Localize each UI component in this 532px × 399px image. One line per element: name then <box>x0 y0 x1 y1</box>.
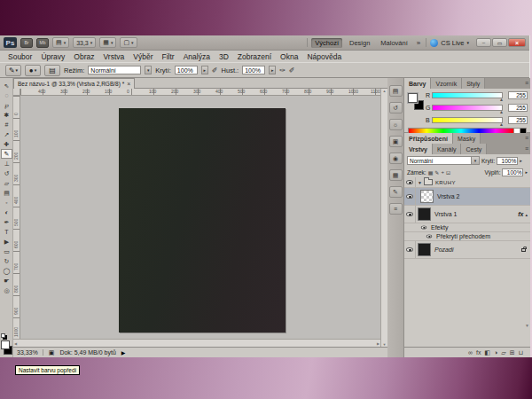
workspace-vychozi-button[interactable]: Výchozí <box>311 38 342 48</box>
type-tool[interactable]: T <box>1 227 12 237</box>
tab-vzornik[interactable]: Vzorník <box>431 78 462 89</box>
menubar-item[interactable]: Výběr <box>129 52 157 61</box>
layer-thumbnail[interactable] <box>418 243 431 256</box>
gradient-tool[interactable]: ▤ <box>1 188 12 198</box>
menubar-item[interactable]: Analýza <box>179 52 215 61</box>
adjustments-panel-icon[interactable]: ☼ <box>389 119 403 130</box>
layer-row-vrstva1[interactable]: Vrstva 1 fx ▴ <box>404 206 530 223</box>
layer-row-vrstva2[interactable]: Vrstva 2 <box>404 188 530 206</box>
layer-name[interactable]: Vrstva 1 <box>434 211 457 217</box>
screen-mode-button[interactable]: ▢ ▾ <box>120 37 137 48</box>
lock-pixels-icon[interactable]: ✎ <box>434 169 439 176</box>
blue-value-field[interactable]: 255 <box>508 116 528 124</box>
menubar-item[interactable]: Obraz <box>69 52 98 61</box>
zoom-level-button[interactable]: 33,3 ▾ <box>73 37 96 48</box>
vertical-scrollbar[interactable]: ▲ ▼ <box>380 89 387 347</box>
expand-triangle-icon[interactable]: ▼ <box>418 180 422 185</box>
scroll-up-icon[interactable]: ▲ <box>383 89 387 93</box>
layer-mask-icon[interactable]: ◧ <box>484 349 490 356</box>
launch-minibridge-button[interactable]: Mb <box>36 38 49 48</box>
menubar-item[interactable]: Nápověda <box>302 52 346 61</box>
panel-menu-icon[interactable]: ≡ <box>525 145 528 152</box>
layer-style-badge[interactable]: fx ▴ <box>518 206 528 223</box>
delete-layer-icon[interactable]: ⊔ <box>519 349 523 356</box>
menubar-item[interactable]: Filtr <box>158 52 179 61</box>
blur-tool[interactable]: ◦ <box>1 198 12 207</box>
eyedropper-tool[interactable]: ↗ <box>1 129 12 139</box>
move-tool[interactable]: ⇖ <box>1 81 12 90</box>
scroll-left-icon[interactable]: ◀ <box>14 341 17 346</box>
layer-thumbnail[interactable] <box>418 207 431 221</box>
history-brush-tool[interactable]: ↺ <box>1 168 12 178</box>
close-button[interactable]: × <box>508 38 526 47</box>
cs-live-button[interactable]: CS Live ▾ <box>430 39 469 47</box>
toggle-brush-panel-button[interactable]: ▤ <box>44 65 60 76</box>
eye-icon[interactable] <box>406 194 413 199</box>
menubar-item[interactable]: 3D <box>215 52 233 61</box>
eye-icon[interactable] <box>406 247 413 252</box>
visibility-cell[interactable] <box>404 188 416 205</box>
eye-icon[interactable] <box>406 180 413 184</box>
layer-fill-field[interactable]: 100% <box>502 168 523 176</box>
flow-arrow[interactable]: ▸ <box>269 66 276 74</box>
pen-pressure-icon[interactable]: ✑ <box>279 66 286 74</box>
airbrush-pressure-icon[interactable]: ✐ <box>289 66 295 74</box>
minibridge-panel-icon[interactable]: ▤ <box>389 85 403 97</box>
scroll-down-icon[interactable]: ▼ <box>525 323 529 328</box>
hand-tool[interactable]: ☛ <box>1 276 12 286</box>
mode-dropdown-arrow[interactable]: ▾ <box>145 66 152 74</box>
panel-menu-icon[interactable]: ≡ <box>525 135 528 141</box>
workspace-design-button[interactable]: Design <box>346 38 373 48</box>
menubar-item[interactable]: Soubor <box>4 52 36 61</box>
red-value-field[interactable]: 255 <box>508 91 528 99</box>
menubar-item[interactable]: Vrstva <box>99 52 129 61</box>
visibility-cell[interactable] <box>404 206 416 223</box>
slider-thumb-icon[interactable]: ▲ <box>499 97 504 102</box>
effect-item-label[interactable]: Překrytí přechodem <box>436 233 490 239</box>
effect-item-row[interactable]: Překrytí přechodem <box>404 232 530 241</box>
layer-opacity-field[interactable]: 100% <box>497 157 518 165</box>
lock-position-icon[interactable]: + <box>441 169 444 176</box>
restore-button[interactable]: ▭ <box>492 38 507 47</box>
new-group-icon[interactable]: ▱ <box>501 349 505 356</box>
green-slider[interactable]: ▲ <box>432 105 503 111</box>
layer-group-row[interactable]: ▼ KRUHY <box>404 177 530 188</box>
menubar-item[interactable]: Okna <box>276 52 302 61</box>
minimize-button[interactable]: – <box>476 38 491 47</box>
clone-stamp-tool[interactable]: ⊥ <box>1 159 12 168</box>
canvas[interactable] <box>119 108 286 332</box>
visibility-cell[interactable] <box>404 241 416 258</box>
tab-barvy[interactable]: Barvy <box>404 78 431 89</box>
group-name[interactable]: KRUHY <box>435 180 456 185</box>
eye-icon[interactable] <box>426 235 432 239</box>
lock-transparency-icon[interactable]: ▦ <box>428 169 434 176</box>
scroll-right-icon[interactable]: ▶ <box>377 341 379 346</box>
menubar-item[interactable]: Úpravy <box>36 52 69 61</box>
foreground-color-swatch[interactable] <box>1 340 10 349</box>
airbrush-icon[interactable]: ✐ <box>212 66 218 74</box>
3d-roll-tool[interactable]: ◯ <box>1 266 12 276</box>
masks-panel-icon[interactable]: ▣ <box>389 136 403 147</box>
foreground-color-swatch[interactable] <box>408 93 418 103</box>
shape-tool[interactable]: ▭ <box>1 246 12 256</box>
tab-masky[interactable]: Masky <box>453 133 481 144</box>
effects-label[interactable]: Efekty <box>431 224 448 231</box>
3d-rotate-tool[interactable]: ↻ <box>1 256 12 266</box>
tab-vrstvy[interactable]: Vrstvy <box>404 144 433 154</box>
status-zoom-field[interactable]: 33,33% <box>17 349 43 356</box>
opacity-arrow[interactable]: ▸ <box>201 66 208 74</box>
brush-preset-picker[interactable]: ● ▾ <box>25 65 41 76</box>
slider-thumb-icon[interactable]: ▲ <box>499 109 504 114</box>
notes-panel-icon[interactable]: ✎ <box>389 186 403 198</box>
brush-tool-preset-button[interactable]: ✎ ▾ <box>5 65 21 76</box>
adjustment-layer-icon[interactable]: ◑ <box>494 349 497 356</box>
opacity-arrow-icon[interactable]: ▸ <box>520 158 522 163</box>
red-slider[interactable]: ▲ <box>432 92 503 98</box>
layer-style-icon[interactable]: fx <box>476 349 481 356</box>
opacity-field[interactable]: 100% <box>175 66 198 74</box>
document-tab[interactable]: Bez názvu-1 @ 33,3% (Vrstva 2,RGB/8) * × <box>13 78 135 89</box>
eye-icon[interactable] <box>421 226 426 230</box>
launch-bridge-button[interactable]: Br <box>20 38 33 48</box>
info-panel-icon[interactable]: ◉ <box>389 153 403 164</box>
tab-kanaly[interactable]: Kanály <box>433 144 461 154</box>
